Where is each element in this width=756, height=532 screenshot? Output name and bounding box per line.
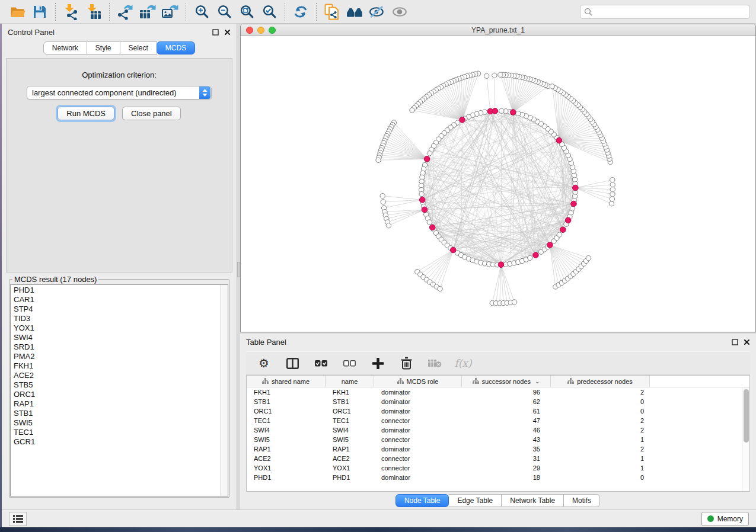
run-mcds-button[interactable]: Run MCDS	[58, 107, 114, 120]
mcds-hub-node[interactable]	[492, 108, 498, 114]
close-panel-icon[interactable]	[224, 29, 231, 36]
list-item[interactable]: CAR1	[14, 295, 228, 305]
list-item[interactable]: STP4	[14, 305, 228, 314]
table-row[interactable]: TEC1TEC1connector472	[247, 416, 741, 425]
column-header-predecessor-nodes[interactable]: predecessor nodes	[551, 376, 650, 387]
list-item[interactable]: SWI5	[14, 418, 228, 428]
mcds-hub-node[interactable]	[419, 197, 425, 203]
table-scrollbar-thumb[interactable]	[744, 389, 749, 443]
select-all-button[interactable]	[314, 355, 328, 371]
zoom-out-button[interactable]	[213, 2, 235, 21]
export-table-button[interactable]	[136, 2, 159, 21]
leaf-node[interactable]	[438, 286, 442, 291]
mcds-hub-node[interactable]	[450, 247, 456, 253]
mcds-hub-node[interactable]	[424, 156, 430, 162]
save-session-button[interactable]	[28, 2, 51, 21]
list-item[interactable]: GCR1	[14, 437, 228, 447]
optimization-criterion-select[interactable]: largest connected component (undirected)	[27, 86, 212, 100]
memory-button[interactable]: Memory	[701, 512, 749, 526]
deselect-all-button[interactable]	[342, 355, 356, 371]
import-table-button[interactable]	[82, 2, 105, 21]
leaf-node[interactable]	[381, 200, 385, 204]
mcds-hub-node[interactable]	[460, 117, 465, 123]
splitter-handle[interactable]	[237, 262, 240, 277]
ring-node[interactable]	[419, 191, 424, 196]
tab-mcds[interactable]: MCDS	[157, 41, 195, 55]
list-item[interactable]: SRD1	[14, 342, 228, 352]
zoom-in-button[interactable]	[190, 2, 213, 21]
tab-network-table[interactable]: Network Table	[502, 494, 564, 507]
mcds-hub-node[interactable]	[429, 225, 435, 230]
list-item[interactable]: FKH1	[14, 361, 228, 371]
close-table-panel-icon[interactable]	[744, 339, 750, 345]
table-row[interactable]: SWI4SWI4dominator462	[247, 425, 741, 435]
mcds-hub-node[interactable]	[565, 217, 571, 223]
delete-column-button[interactable]	[399, 355, 413, 371]
refresh-layout-button[interactable]	[289, 2, 312, 21]
list-item[interactable]: ORC1	[14, 390, 228, 399]
tab-network[interactable]: Network	[43, 41, 87, 55]
leaf-node[interactable]	[492, 73, 497, 78]
list-item[interactable]: ACE2	[14, 371, 228, 380]
leaf-node[interactable]	[380, 193, 385, 198]
table-settings-button[interactable]: ⚙	[257, 355, 271, 371]
float-panel-icon[interactable]	[212, 29, 219, 36]
tab-style[interactable]: Style	[87, 41, 120, 55]
list-menu-button[interactable]	[9, 512, 27, 526]
list-item[interactable]: SWI4	[14, 333, 228, 342]
ring-node[interactable]	[528, 255, 532, 260]
table-row[interactable]: STB1STB1dominator620	[247, 397, 741, 406]
leaf-node[interactable]	[610, 177, 615, 182]
mcds-hub-node[interactable]	[573, 185, 579, 191]
leaf-node[interactable]	[498, 72, 503, 77]
ring-node[interactable]	[427, 220, 432, 225]
table-row[interactable]: ORC1ORC1dominator610	[247, 406, 741, 416]
column-header-successor-nodes[interactable]: successor nodes⌄	[462, 376, 551, 387]
ring-node[interactable]	[499, 108, 504, 113]
ring-node[interactable]	[516, 111, 521, 116]
zoom-fit-button[interactable]	[235, 2, 258, 21]
column-header-shared-name[interactable]: shared name	[247, 376, 326, 387]
network-window-titlebar[interactable]: YPA_prune.txt_1	[241, 24, 755, 36]
show-columns-button[interactable]	[285, 355, 299, 371]
first-neighbors-button[interactable]	[343, 2, 366, 21]
leaf-node[interactable]	[610, 187, 615, 191]
leaf-node[interactable]	[586, 255, 591, 260]
mcds-hub-node[interactable]	[560, 227, 566, 233]
search-input[interactable]	[595, 8, 746, 16]
table-scrollbar[interactable]	[742, 387, 749, 491]
table-row[interactable]: RAP1RAP1dominator352	[247, 444, 741, 454]
tab-node-table[interactable]: Node Table	[395, 494, 449, 507]
leaf-node[interactable]	[512, 300, 516, 305]
leaf-node[interactable]	[610, 197, 614, 201]
list-item[interactable]: PMA2	[14, 352, 228, 361]
mcds-hub-node[interactable]	[498, 262, 504, 268]
table-row[interactable]: ACE2ACE2connector311	[247, 454, 741, 463]
leaf-node[interactable]	[386, 223, 391, 228]
network-canvas[interactable]	[241, 36, 755, 332]
table-row[interactable]: YOX1YOX1connector291	[247, 463, 741, 473]
float-table-panel-icon[interactable]	[732, 339, 738, 345]
hide-selected-button[interactable]	[366, 2, 388, 21]
tab-motifs[interactable]: Motifs	[564, 494, 600, 507]
tab-edge-table[interactable]: Edge Table	[449, 494, 502, 507]
mcds-hub-node[interactable]	[556, 137, 562, 143]
panel-splitter[interactable]	[237, 24, 240, 509]
mcds-hub-node[interactable]	[422, 207, 428, 213]
tab-select[interactable]: Select	[120, 41, 157, 55]
export-network-button[interactable]	[114, 2, 136, 21]
import-network-button[interactable]	[60, 2, 82, 21]
leaf-node[interactable]	[610, 182, 615, 187]
column-header-name[interactable]: name	[326, 376, 374, 387]
leaf-node[interactable]	[376, 158, 381, 162]
leaf-node[interactable]	[609, 201, 614, 206]
network-from-selection-button[interactable]	[321, 2, 343, 21]
leaf-node[interactable]	[550, 84, 554, 89]
mcds-hub-node[interactable]	[533, 252, 539, 258]
export-image-button[interactable]	[159, 2, 181, 21]
leaf-node[interactable]	[484, 73, 489, 78]
list-item[interactable]: STB5	[14, 380, 228, 390]
list-item[interactable]: STB1	[14, 409, 228, 418]
list-item[interactable]: TEC1	[14, 428, 228, 437]
column-header-MCDS-role[interactable]: MCDS role	[374, 376, 462, 387]
